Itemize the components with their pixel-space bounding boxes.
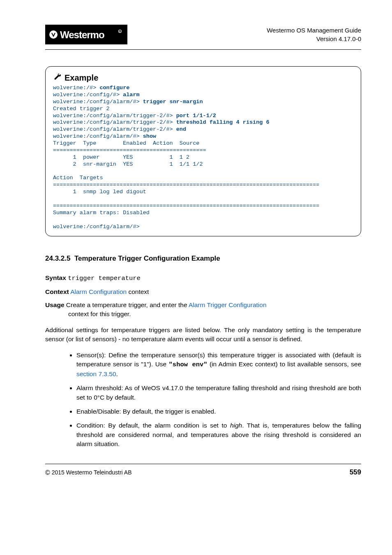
context-link[interactable]: Alarm Configuration: [70, 288, 127, 295]
example-box: Example wolverine:/#> configure wolverin…: [45, 66, 361, 236]
section-link[interactable]: section 7.3.50: [76, 370, 116, 377]
page-number: 559: [350, 468, 361, 476]
westermo-logo: Westermo R: [45, 25, 127, 44]
header-rule: [45, 49, 361, 50]
show-env-code: "show env": [169, 361, 208, 368]
section-heading: 24.3.2.5 Temperature Trigger Configurati…: [45, 254, 361, 263]
usage-lead-pre: Create a temperature trigger, and enter …: [65, 301, 189, 308]
context-suffix: context: [127, 288, 149, 295]
example-title: Example: [65, 73, 98, 83]
usage-label: Usage: [45, 301, 65, 308]
page-footer: © 2015 Westermo Teleindustri AB 559: [45, 468, 361, 476]
bullet-threshold: Alarm threshold: As of WeOS v4.17.0 the …: [76, 384, 361, 402]
syntax-value: trigger temperature: [68, 275, 141, 282]
version-line: Version 4.17.0-0: [267, 35, 361, 43]
footer-rule: [45, 464, 361, 464]
svg-text:R: R: [119, 30, 121, 33]
usage-lead-link[interactable]: Alarm Trigger Configuration: [189, 301, 267, 308]
context-label: Context: [45, 288, 69, 295]
bullet-sensors: Sensor(s): Define the temperature sensor…: [76, 351, 361, 379]
copyright-text: 2015 Westermo Teleindustri AB: [52, 469, 132, 476]
svg-point-0: [49, 30, 58, 39]
bullet-condition: Condition: By default, the alarm conditi…: [76, 421, 361, 449]
guide-title: Westermo OS Management Guide: [267, 26, 361, 35]
terminal-output: wolverine:/#> configure wolverine:/confi…: [53, 85, 353, 230]
usage-para2: Additional settings for temperature trig…: [45, 326, 361, 344]
bullet-enable: Enable/Disable: By default, the trigger …: [76, 407, 361, 416]
syntax-label: Syntax: [45, 274, 66, 281]
section-title: Temperature Trigger Configuration Exampl…: [74, 254, 220, 262]
wrench-icon: [53, 72, 62, 83]
page-header: Westermo R Westermo OS Management Guide …: [45, 25, 361, 49]
svg-text:Westermo: Westermo: [60, 29, 104, 40]
condition-high: high: [230, 422, 242, 429]
section-number: 24.3.2.5: [45, 254, 70, 262]
usage-lead-post: context for this trigger.: [68, 310, 131, 317]
